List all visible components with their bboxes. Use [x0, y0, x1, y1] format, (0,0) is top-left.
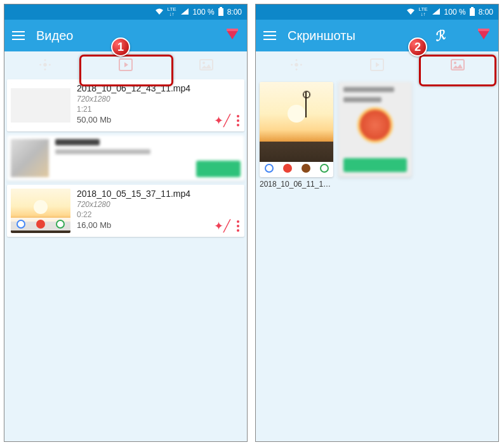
lte-indicator: LTE↓↑ — [168, 7, 176, 17]
svg-rect-6 — [470, 8, 475, 16]
tab-row — [4, 51, 247, 78]
svg-point-11 — [454, 62, 456, 64]
wifi-icon — [155, 8, 164, 17]
tab-videos[interactable] — [336, 51, 417, 78]
phone-screen-screenshots: LTE↓↑ 100 % 8:00 Скриншоты ℛ — [255, 4, 499, 442]
video-list: 2018_10_06_12_43_11.mp4 720x1280 1:21 50… — [4, 79, 247, 237]
screenshot-item[interactable]: 2018_10_06_11_13... — [260, 82, 333, 189]
screenshot-grid: 2018_10_06_11_13... — [256, 78, 498, 192]
tab-videos[interactable] — [85, 51, 166, 78]
more-icon[interactable] — [237, 115, 239, 126]
edit-icon[interactable]: ✦╱ — [214, 219, 230, 233]
battery-percent: 100 % — [193, 8, 215, 17]
video-resolution: 720x1280 — [77, 95, 241, 103]
svg-rect-0 — [218, 8, 223, 16]
signal-icon — [432, 8, 441, 17]
premium-gem-icon[interactable] — [477, 29, 491, 43]
wifi-icon — [406, 8, 415, 17]
premium-gem-icon[interactable] — [225, 29, 239, 43]
svg-point-8 — [295, 63, 298, 67]
video-filename: 2018_10_06_12_43_11.mp4 — [77, 83, 241, 93]
app-bar: Видео — [4, 20, 247, 51]
brush-icon[interactable]: ℛ — [433, 27, 447, 44]
status-bar: LTE↓↑ 100 % 8:00 — [256, 4, 498, 20]
svg-rect-7 — [471, 7, 474, 8]
video-item[interactable]: 2018_10_05_15_37_11.mp4 720x1280 0:22 16… — [7, 185, 244, 237]
battery-percent: 100 % — [444, 8, 466, 17]
page-title: Видео — [36, 29, 73, 43]
video-thumbnail — [11, 189, 70, 233]
battery-icon — [470, 7, 475, 18]
edit-icon[interactable]: ✦╱ — [214, 114, 230, 128]
video-item[interactable]: 2018_10_06_12_43_11.mp4 720x1280 1:21 50… — [7, 79, 244, 131]
clock: 8:00 — [227, 8, 242, 17]
signal-icon — [180, 8, 189, 17]
svg-point-2 — [43, 63, 47, 67]
svg-rect-1 — [220, 7, 222, 8]
tab-row — [256, 51, 498, 78]
video-duration: 1:21 — [77, 105, 241, 114]
video-duration: 0:22 — [77, 210, 241, 219]
screenshot-ad-item[interactable] — [338, 82, 412, 189]
tab-settings[interactable] — [4, 51, 85, 78]
svg-point-5 — [202, 62, 205, 64]
tab-settings[interactable] — [256, 51, 336, 78]
battery-icon — [218, 7, 223, 18]
lte-indicator: LTE↓↑ — [419, 7, 428, 17]
video-thumbnail — [11, 83, 70, 128]
menu-icon[interactable] — [263, 31, 276, 40]
ad-card[interactable] — [7, 135, 244, 181]
tab-screenshots[interactable] — [418, 51, 498, 78]
video-filename: 2018_10_05_15_37_11.mp4 — [77, 189, 241, 199]
tab-screenshots[interactable] — [166, 51, 247, 78]
screenshot-thumbnail — [260, 82, 333, 177]
app-bar: Скриншоты ℛ — [256, 20, 498, 51]
status-bar: LTE↓↑ 100 % 8:00 — [4, 4, 247, 20]
phone-screen-videos: LTE↓↑ 100 % 8:00 Видео — [4, 4, 248, 442]
screenshot-filename: 2018_10_06_11_13... — [260, 180, 333, 189]
video-resolution: 720x1280 — [77, 200, 241, 209]
more-icon[interactable] — [237, 220, 239, 232]
menu-icon[interactable] — [12, 31, 25, 40]
clock: 8:00 — [479, 8, 493, 17]
page-title: Скриншоты — [288, 29, 355, 43]
